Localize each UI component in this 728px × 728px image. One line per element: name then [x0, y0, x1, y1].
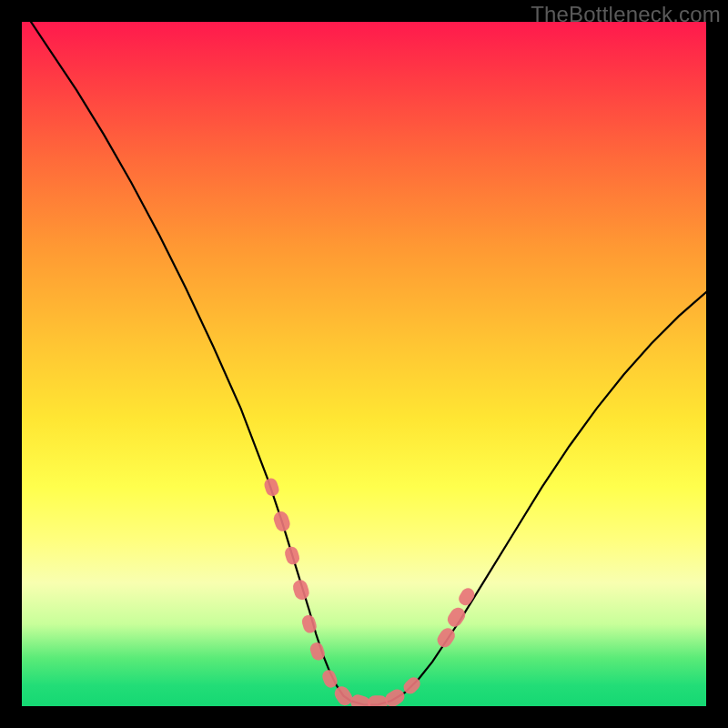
data-marker: [263, 477, 281, 498]
watermark-text: TheBottleneck.com: [531, 2, 721, 27]
data-marker: [368, 695, 388, 706]
bottleneck-curve: [22, 22, 706, 704]
data-marker: [283, 545, 301, 566]
data-marker: [291, 578, 311, 602]
data-marker: [456, 585, 477, 607]
chart-svg: [22, 22, 706, 706]
data-markers: [263, 477, 478, 706]
data-marker: [272, 510, 292, 533]
chart-frame: [22, 22, 706, 706]
data-marker: [445, 605, 469, 630]
